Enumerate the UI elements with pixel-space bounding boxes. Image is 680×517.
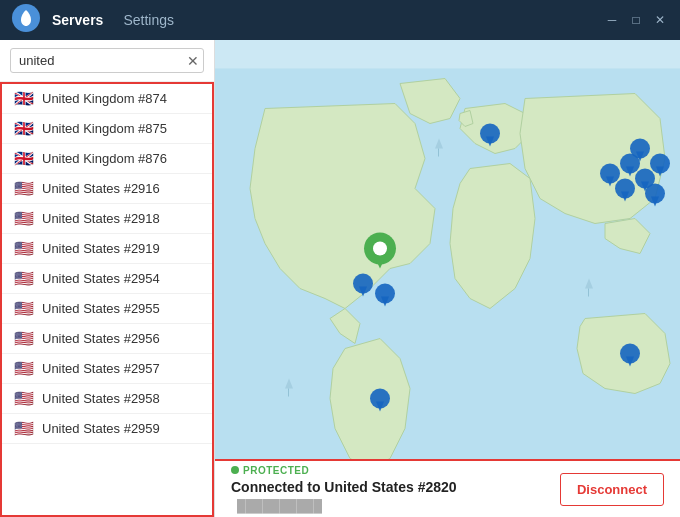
server-name: United States #2918: [42, 211, 160, 226]
status-info: PROTECTED Connected to United States #28…: [231, 465, 548, 514]
server-name: United Kingdom #875: [42, 121, 167, 136]
nav-servers[interactable]: Servers: [52, 10, 103, 30]
list-item[interactable]: 🇬🇧 United Kingdom #875: [2, 114, 212, 144]
search-input-wrapper: ✕: [10, 48, 204, 73]
nav-settings[interactable]: Settings: [123, 10, 174, 30]
disconnect-button[interactable]: Disconnect: [560, 473, 664, 506]
flag-us: 🇺🇸: [14, 272, 34, 286]
flag-uk: 🇬🇧: [14, 122, 34, 136]
minimize-button[interactable]: ─: [604, 12, 620, 28]
svg-point-30: [373, 242, 387, 256]
list-item[interactable]: 🇺🇸 United States #2959: [2, 414, 212, 444]
flag-us: 🇺🇸: [14, 362, 34, 376]
map-area: PROTECTED Connected to United States #28…: [215, 40, 680, 517]
list-item[interactable]: 🇺🇸 United States #2956: [2, 324, 212, 354]
list-item[interactable]: 🇺🇸 United States #2958: [2, 384, 212, 414]
flag-us: 🇺🇸: [14, 182, 34, 196]
server-name: United States #2954: [42, 271, 160, 286]
status-protected-row: PROTECTED: [231, 465, 548, 476]
flag-us: 🇺🇸: [14, 242, 34, 256]
list-item[interactable]: 🇬🇧 United Kingdom #874: [2, 84, 212, 114]
search-clear-button[interactable]: ✕: [187, 54, 199, 68]
list-item[interactable]: 🇺🇸 United States #2954: [2, 264, 212, 294]
server-name: United States #2916: [42, 181, 160, 196]
title-bar: Servers Settings ─ □ ✕: [0, 0, 680, 40]
flag-uk: 🇬🇧: [14, 92, 34, 106]
list-item[interactable]: 🇺🇸 United States #2916: [2, 174, 212, 204]
server-name: United States #2955: [42, 301, 160, 316]
world-map: [215, 40, 680, 517]
status-ip-masked: ██████████: [237, 499, 322, 513]
status-dot: [231, 466, 239, 474]
maximize-button[interactable]: □: [628, 12, 644, 28]
server-name: United Kingdom #874: [42, 91, 167, 106]
server-list: 🇬🇧 United Kingdom #874 🇬🇧 United Kingdom…: [0, 82, 214, 517]
list-item[interactable]: 🇺🇸 United States #2957: [2, 354, 212, 384]
flag-us: 🇺🇸: [14, 422, 34, 436]
main-content: ✕ 🇬🇧 United Kingdom #874 🇬🇧 United Kingd…: [0, 40, 680, 517]
status-connection-row: Connected to United States #2820 ███████…: [231, 478, 548, 514]
close-button[interactable]: ✕: [652, 12, 668, 28]
search-bar: ✕: [0, 40, 214, 82]
flag-uk: 🇬🇧: [14, 152, 34, 166]
server-name: United States #2919: [42, 241, 160, 256]
server-name: United States #2959: [42, 421, 160, 436]
svg-rect-5: [288, 389, 289, 397]
server-name: United States #2958: [42, 391, 160, 406]
list-item[interactable]: 🇺🇸 United States #2918: [2, 204, 212, 234]
flag-us: 🇺🇸: [14, 332, 34, 346]
server-name: United States #2957: [42, 361, 160, 376]
flag-us: 🇺🇸: [14, 392, 34, 406]
main-nav: Servers Settings: [52, 10, 174, 30]
list-item[interactable]: 🇬🇧 United Kingdom #876: [2, 144, 212, 174]
list-item[interactable]: 🇺🇸 United States #2919: [2, 234, 212, 264]
status-protected-label: PROTECTED: [243, 465, 309, 476]
sidebar: ✕ 🇬🇧 United Kingdom #874 🇬🇧 United Kingd…: [0, 40, 215, 517]
server-name: United States #2956: [42, 331, 160, 346]
app-logo: [12, 4, 40, 36]
server-name: United Kingdom #876: [42, 151, 167, 166]
search-input[interactable]: [19, 53, 187, 68]
flag-us: 🇺🇸: [14, 302, 34, 316]
status-bar: PROTECTED Connected to United States #28…: [215, 459, 680, 517]
flag-us: 🇺🇸: [14, 212, 34, 226]
list-item[interactable]: 🇺🇸 United States #2955: [2, 294, 212, 324]
svg-rect-3: [438, 149, 439, 157]
window-controls: ─ □ ✕: [604, 12, 668, 28]
svg-rect-7: [588, 289, 589, 297]
status-connection-label: Connected to United States #2820: [231, 479, 457, 495]
